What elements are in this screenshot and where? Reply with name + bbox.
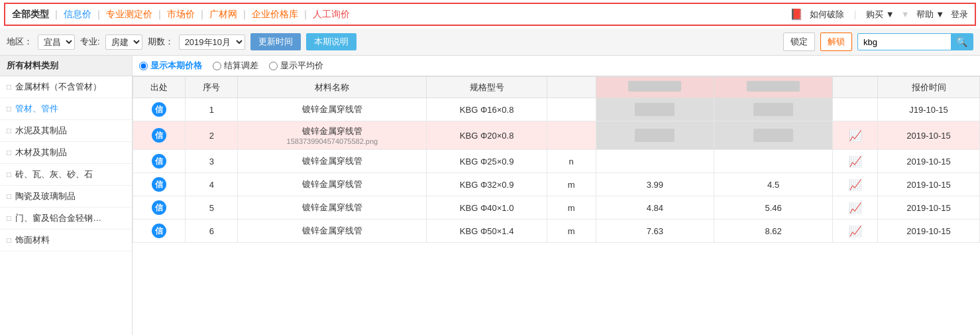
top-nav: 全部类型 ｜ 信息价 ｜ 专业测定价 ｜ 市场价 ｜ 广材网 ｜ 企业价格库 ｜… — [4, 3, 976, 26]
lock-button[interactable]: 锁定 — [783, 33, 815, 51]
cell-seq: 2 — [186, 121, 238, 150]
col-price2 — [714, 77, 833, 98]
cell-price2: 4.5 — [714, 173, 833, 196]
cell-price1: ████ — [596, 98, 714, 121]
sep4: ｜ — [197, 9, 207, 21]
sidebar-item-brick[interactable]: □ 砖、瓦、灰、砂、石 — [0, 164, 132, 186]
cell-trend[interactable]: 📈 — [832, 196, 877, 220]
sidebar-item-wood[interactable]: □ 木材及其制品 — [0, 142, 132, 164]
login-button[interactable]: 登录 — [951, 9, 968, 21]
cell-trend[interactable] — [832, 98, 877, 121]
cell-date: 2019-10-15 — [878, 150, 980, 173]
sep5: ｜ — [240, 9, 249, 21]
help-button[interactable]: 帮助 ▼ — [916, 9, 944, 21]
nav-all-types[interactable]: 全部类型 — [12, 9, 49, 21]
cell-seq: 5 — [186, 196, 238, 220]
search-box: 🔍 — [857, 33, 973, 50]
region-label: 地区： — [7, 36, 32, 48]
sidebar-item-door[interactable]: □ 门、窗及铝合金轻钢… — [0, 208, 132, 230]
cell-unit: m — [547, 173, 596, 196]
cell-trend[interactable]: 📈 — [832, 150, 877, 173]
update-time-button[interactable]: 更新时间 — [250, 33, 301, 50]
doc-icon: □ — [7, 170, 11, 179]
cell-unit: n — [547, 150, 596, 173]
nav-gcw[interactable]: 广材网 — [209, 9, 237, 21]
cell-date: 2019-10-15 — [878, 121, 980, 150]
table-row[interactable]: 信5镀锌金属穿线管KBG Φ40×1.0m4.845.46📈2019-10-15 — [133, 196, 980, 220]
col-trend — [832, 77, 877, 98]
main-content: 所有材料类别 □ 金属材料（不含管材） □ 管材、管件 □ 水泥及其制品 □ 木… — [0, 56, 980, 335]
radio-current-price[interactable]: 显示本期价格 — [139, 60, 202, 72]
sidebar-item-decor[interactable]: □ 饰面材料 — [0, 230, 132, 251]
region-select[interactable]: 宜昌 — [38, 34, 75, 50]
cell-source[interactable]: 信 — [133, 173, 186, 196]
radio-avg-price[interactable]: 显示平均价 — [269, 60, 323, 72]
cell-name: 镀锌金属穿线管 — [238, 98, 427, 121]
cell-source[interactable]: 信 — [133, 98, 186, 121]
cell-name: 镀锌金属穿线管 — [238, 173, 427, 196]
nav-market-price[interactable]: 市场价 — [167, 9, 195, 21]
nav-manual-inquiry[interactable]: 人工询价 — [313, 9, 350, 21]
blurred-price2: ████ — [753, 129, 793, 142]
trend-chart-icon[interactable]: 📈 — [849, 226, 862, 237]
cell-price2: 8.62 — [714, 220, 833, 243]
cell-name: 镀锌金属穿线管 — [238, 150, 427, 173]
sep8: ▼ — [901, 9, 910, 19]
cell-spec: KBG Φ50×1.4 — [427, 220, 547, 243]
nav-pro-price[interactable]: 专业测定价 — [106, 9, 152, 21]
trend-chart-icon[interactable]: 📈 — [849, 156, 862, 167]
buy-button[interactable]: 购买 ▼ — [866, 9, 894, 21]
trend-chart-icon[interactable]: 📈 — [849, 179, 862, 190]
cell-trend[interactable]: 📈 — [832, 220, 877, 243]
cell-source[interactable]: 信 — [133, 220, 186, 243]
table-row[interactable]: 信4镀锌金属穿线管KBG Φ32×0.9m3.994.5📈2019-10-15 — [133, 173, 980, 196]
cell-source[interactable]: 信 — [133, 121, 186, 150]
how-to-break[interactable]: 如何破除 — [810, 9, 844, 21]
period-label: 期数： — [148, 36, 174, 48]
cell-price1: 4.84 — [596, 196, 714, 220]
source-badge: 信 — [152, 128, 166, 143]
radio-settlement[interactable]: 结算调差 — [213, 60, 258, 72]
cell-unit: m — [547, 220, 596, 243]
cell-trend[interactable]: 📈 — [832, 121, 877, 150]
blurred-price2: ████ — [753, 103, 793, 116]
cell-spec: KBG Φ25×0.9 — [427, 150, 547, 173]
cell-price2: 5.46 — [714, 196, 833, 220]
table-row[interactable]: 信6镀锌金属穿线管KBG Φ50×1.4m7.638.62📈2019-10-15 — [133, 220, 980, 243]
sidebar-item-pipe[interactable]: □ 管材、管件 — [0, 98, 132, 120]
cell-price1: 7.63 — [596, 220, 714, 243]
table-row[interactable]: 信1镀锌金属穿线管KBG Φ16×0.8████████J19-10-15 — [133, 98, 980, 121]
period-select[interactable]: 2019年10月 — [179, 34, 245, 50]
nav-info-price[interactable]: 信息价 — [64, 9, 91, 21]
sidebar-item-cement[interactable]: □ 水泥及其制品 — [0, 120, 132, 142]
cell-spec: KBG Φ20×0.8 — [427, 121, 547, 150]
sidebar-item-metal[interactable]: □ 金属材料（不含管材） — [0, 76, 132, 98]
cell-source[interactable]: 信 — [133, 150, 186, 173]
filter-bar: 地区： 宜昌 专业: 房建 期数： 2019年10月 更新时间 本期说明 锁定 … — [0, 29, 980, 56]
cell-price2: ████ — [714, 98, 833, 121]
doc-icon: □ — [7, 104, 11, 113]
blurred-price: ████ — [635, 103, 675, 116]
period-desc-button[interactable]: 本期说明 — [306, 33, 356, 50]
search-button[interactable]: 🔍 — [951, 34, 973, 50]
cell-date: 2019-10-15 — [878, 173, 980, 196]
unlock-button[interactable]: 解锁 — [820, 33, 852, 51]
cell-seq: 6 — [186, 220, 238, 243]
cell-price1 — [596, 150, 714, 173]
table-row[interactable]: 信2镀锌金属穿线管15837399045740755​82.pngKBG Φ20… — [133, 121, 980, 150]
cell-trend[interactable]: 📈 — [832, 173, 877, 196]
doc-icon: □ — [7, 82, 11, 92]
sidebar-item-ceramic[interactable]: □ 陶瓷及玻璃制品 — [0, 186, 132, 208]
cell-unit — [547, 121, 596, 150]
cell-date: 2019-10-15 — [878, 196, 980, 220]
nav-enterprise[interactable]: 企业价格库 — [252, 9, 298, 21]
trend-chart-icon[interactable]: 📈 — [849, 202, 862, 214]
table-row[interactable]: 信3镀锌金属穿线管KBG Φ25×0.9n📈2019-10-15 — [133, 150, 980, 173]
profession-select[interactable]: 房建 — [105, 34, 142, 50]
search-input[interactable] — [858, 34, 951, 50]
table-area: 显示本期价格 结算调差 显示平均价 出处 序号 材料名称 规格型号 — [133, 56, 980, 335]
source-badge: 信 — [152, 102, 166, 117]
cell-source[interactable]: 信 — [133, 196, 186, 220]
trend-chart-icon[interactable]: 📈 — [849, 130, 862, 141]
cell-seq: 1 — [186, 98, 238, 121]
